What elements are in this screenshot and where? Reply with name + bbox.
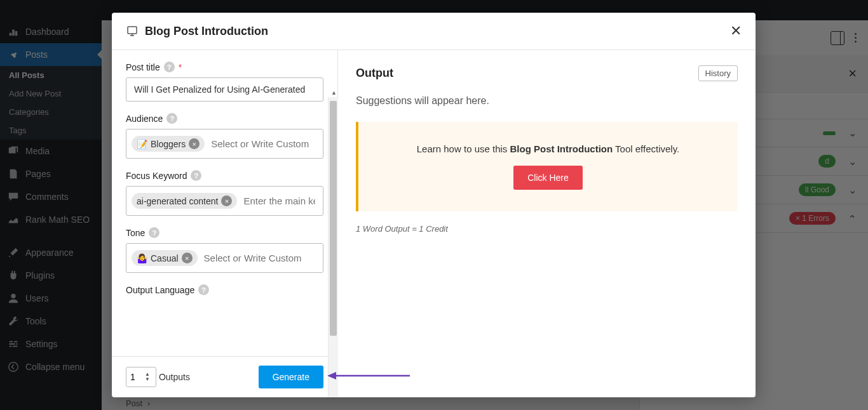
modal-close-button[interactable]: ✕ bbox=[730, 23, 742, 39]
generate-button[interactable]: Generate bbox=[259, 366, 323, 388]
number-stepper[interactable]: ▲▼ bbox=[145, 372, 150, 382]
modal-header: Blog Post Introduction ✕ bbox=[112, 13, 756, 50]
remove-tag-icon[interactable]: × bbox=[189, 138, 200, 149]
audience-input[interactable]: 📝 Bloggers × bbox=[126, 129, 323, 159]
post-title-input[interactable] bbox=[126, 77, 323, 102]
output-placeholder: Suggestions will appear here. bbox=[356, 95, 738, 107]
tone-label: Tone ? bbox=[126, 227, 323, 238]
ai-modal: Blog Post Introduction ✕ Post title ? * … bbox=[112, 13, 756, 397]
scroll-up-icon[interactable]: ▲ bbox=[331, 89, 337, 96]
help-icon[interactable]: ? bbox=[164, 62, 175, 72]
keyword-text-input[interactable] bbox=[241, 192, 318, 210]
remove-tag-icon[interactable]: × bbox=[221, 195, 232, 206]
focus-keyword-input[interactable]: ai-generated content × bbox=[126, 186, 323, 216]
scrollbar-thumb[interactable] bbox=[330, 101, 337, 336]
tone-text-input[interactable] bbox=[201, 249, 327, 267]
outputs-label: Outputs bbox=[159, 372, 190, 382]
outputs-count-input[interactable] bbox=[126, 367, 156, 387]
audience-tag: 📝 Bloggers × bbox=[132, 136, 205, 152]
scrollbar[interactable]: ▲ ▼ bbox=[328, 97, 338, 397]
person-icon: 🤷‍♀️ bbox=[137, 253, 147, 263]
keyword-tag: ai-generated content × bbox=[132, 193, 237, 209]
focus-keyword-label: Focus Keyword ? bbox=[126, 170, 323, 181]
tone-tag: 🤷‍♀️ Casual × bbox=[132, 250, 198, 266]
history-button[interactable]: History bbox=[698, 65, 738, 81]
audience-label: Audience ? bbox=[126, 113, 323, 124]
svg-rect-4 bbox=[128, 27, 137, 34]
help-icon[interactable]: ? bbox=[149, 227, 159, 238]
help-icon[interactable]: ? bbox=[198, 284, 209, 295]
click-here-button[interactable]: Click Here bbox=[513, 166, 583, 190]
remove-tag-icon[interactable]: × bbox=[182, 253, 193, 263]
help-icon[interactable]: ? bbox=[166, 113, 177, 124]
help-icon[interactable]: ? bbox=[191, 170, 201, 181]
tone-input[interactable]: 🤷‍♀️ Casual × bbox=[126, 243, 323, 273]
modal-title: Blog Post Introduction bbox=[126, 25, 268, 38]
output-lang-label: Output Language ? bbox=[126, 284, 323, 295]
credit-note: 1 Word Output = 1 Credit bbox=[356, 224, 738, 234]
output-pane: Output History Suggestions will appear h… bbox=[338, 50, 756, 397]
form-footer: ▲▼ Outputs Generate bbox=[112, 356, 337, 397]
post-title-label: Post title ? * bbox=[126, 62, 323, 72]
document-icon bbox=[126, 25, 139, 37]
output-heading: Output bbox=[356, 67, 393, 80]
pencil-icon: 📝 bbox=[137, 139, 147, 149]
audience-text-input[interactable] bbox=[208, 135, 318, 153]
form-pane: Post title ? * Audience ? 📝 Bloggers × bbox=[112, 50, 338, 397]
learn-hint: Learn how to use this Blog Post Introduc… bbox=[356, 122, 738, 211]
